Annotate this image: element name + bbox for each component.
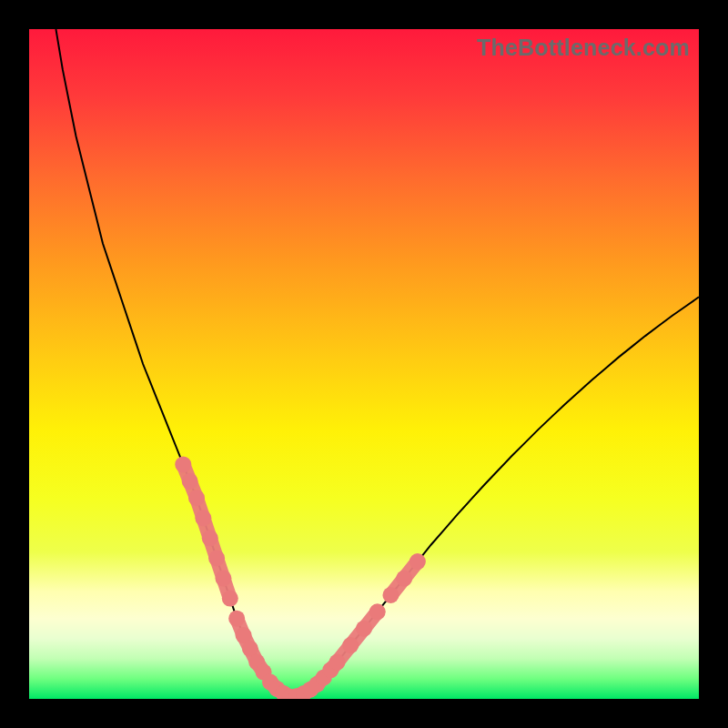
curve-layer [29, 29, 699, 699]
curve-left_curve [56, 29, 290, 697]
marker-dot [208, 550, 225, 566]
marker-dot [382, 587, 399, 603]
marker-dot [175, 456, 191, 472]
marker-dot [195, 510, 211, 526]
marker-dot [369, 603, 386, 620]
chart-container: TheBottleneck.com [0, 0, 728, 728]
marker-dot [329, 654, 346, 671]
marker-dot [215, 571, 231, 587]
marker-dot [202, 530, 218, 546]
marker-dot [396, 571, 412, 587]
marker-dot [188, 490, 205, 506]
marker-dot [410, 553, 426, 570]
marker-dot [342, 637, 359, 653]
marker-dot [228, 611, 245, 627]
plot-area: TheBottleneck.com [29, 29, 699, 699]
marker-dot [356, 621, 372, 637]
marker-dot [222, 591, 238, 607]
marker-dot [182, 473, 198, 490]
